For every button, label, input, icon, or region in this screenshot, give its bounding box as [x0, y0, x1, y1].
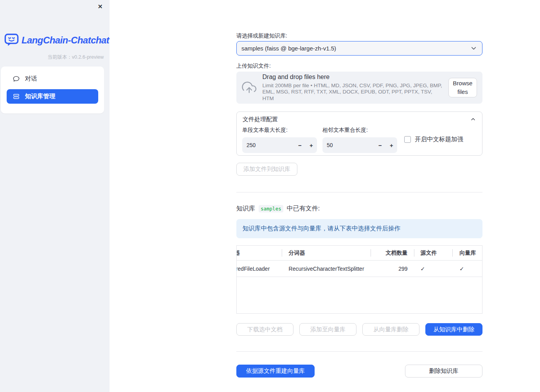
file-config-expander: 文件处理配置 单段文本最大长度: 250 − + 相邻文 [236, 111, 482, 156]
chunk-size-label: 单段文本最大长度: [242, 127, 317, 134]
zh-title-enhance-checkbox[interactable] [404, 136, 411, 143]
app-logo: LangChain-Chatchat [4, 33, 109, 47]
sidebar-menu: 对话 知识库管理 [1, 67, 104, 113]
delete-from-kb-button[interactable]: 从知识库中删除 [425, 323, 482, 336]
cell-source-file-check: ✓ [414, 261, 453, 277]
main-content: 请选择或新建知识库: samples (faiss @ bge-large-zh… [236, 0, 482, 392]
stacked-list-icon [13, 93, 20, 100]
minus-stepper[interactable]: − [374, 142, 386, 149]
kb-line-prefix: 知识库 [236, 205, 255, 213]
overlap-size-value: 50 [322, 142, 374, 148]
cell-doc-count: 299 [371, 261, 414, 277]
table-row[interactable]: UnstructuredFileLoader RecursiveCharacte… [237, 261, 482, 277]
chat-bubble-icon [13, 75, 20, 83]
logo-text: LangChain-Chatchat [22, 35, 109, 46]
kb-name-code: samples [259, 205, 283, 212]
chevron-up-icon [470, 116, 476, 122]
dropzone-texts: Drag and drop files here Limit 200MB per… [263, 74, 443, 102]
kb-selected-value: samples (faiss @ bge-large-zh-v1.5) [241, 45, 336, 52]
sidebar-item-knowledge-base[interactable]: 知识库管理 [7, 89, 98, 104]
overlap-size-field: 相邻文本重合长度: 50 − + [322, 127, 397, 153]
plus-stepper[interactable]: + [386, 142, 397, 149]
info-banner-text: 知识库中包含源文件与向量库，请从下表中选择文件后操作 [243, 225, 400, 233]
expander-header[interactable]: 文件处理配置 [237, 112, 482, 127]
cloud-upload-icon [242, 80, 257, 95]
kb-selectbox[interactable]: samples (faiss @ bge-large-zh-v1.5) [236, 41, 482, 56]
cell-loader: UnstructuredFileLoader [237, 261, 282, 277]
cell-splitter: RecursiveCharacterTextSplitter [282, 261, 371, 277]
delete-from-vector-store-button[interactable]: 从向量库删除 [362, 323, 419, 336]
divider [236, 351, 482, 352]
overlap-size-input[interactable]: 50 − + [322, 137, 397, 153]
zh-title-enhance-row: 开启中文标题加强 [404, 135, 463, 144]
kb-line-suffix: 中已有文件: [287, 205, 320, 213]
browse-files-button[interactable]: Browse files [448, 78, 477, 97]
add-files-to-kb-button[interactable]: 添加文件到知识库 [236, 163, 297, 176]
sidebar: ✕ LangChain-Chatchat 当前版本：v0.2.6-preview [0, 0, 110, 392]
chunk-size-input[interactable]: 250 − + [242, 137, 317, 153]
file-dropzone[interactable]: Drag and drop files here Limit 200MB per… [236, 72, 482, 104]
chunk-size-value: 250 [242, 142, 294, 148]
sidebar-item-dialogue[interactable]: 对话 [7, 72, 98, 86]
upload-label: 上传知识文件: [236, 63, 271, 70]
add-to-vector-store-button[interactable]: 添加至向量库 [299, 323, 356, 336]
info-banner: 知识库中包含源文件与向量库，请从下表中选择文件后操作 [236, 219, 482, 238]
column-header-loader: 文档加载器 [237, 246, 282, 260]
divider [236, 192, 482, 192]
cell-vector-store-check: ✓ [452, 261, 482, 277]
app-window: ✕ LangChain-Chatchat 当前版本：v0.2.6-preview [0, 0, 540, 392]
table-header-row: 文档加载器 分词器 文档数量 源文件 向量库 [237, 246, 482, 261]
plus-stepper[interactable]: + [306, 142, 317, 149]
column-header-source-file: 源文件 [414, 246, 453, 260]
expander-title: 文件处理配置 [243, 116, 278, 123]
dropzone-hint: Limit 200MB per file • HTML, MD, JSON, C… [263, 83, 443, 102]
sidebar-item-label: 对话 [25, 75, 37, 83]
minus-stepper[interactable]: − [294, 142, 306, 149]
logo-chat-smiley-icon [4, 33, 19, 47]
chevron-down-icon [470, 45, 477, 52]
kb-existing-files-line: 知识库 samples 中已有文件: [236, 205, 320, 213]
dropzone-title: Drag and drop files here [263, 74, 443, 81]
version-text: 当前版本：v0.2.6-preview [47, 54, 104, 61]
kb-files-table: 文档加载器 分词器 文档数量 源文件 向量库 UnstructuredFileL… [236, 245, 482, 314]
file-action-buttons: 下载选中文档 添加至向量库 从向量库删除 从知识库中删除 [236, 323, 482, 336]
sidebar-item-label: 知识库管理 [25, 92, 56, 101]
rebuild-vector-store-button[interactable]: 依据源文件重建向量库 [236, 365, 315, 378]
download-selected-button[interactable]: 下载选中文档 [236, 323, 293, 336]
overlap-size-label: 相邻文本重合长度: [322, 127, 397, 134]
zh-title-enhance-label[interactable]: 开启中文标题加强 [415, 135, 463, 144]
chunk-size-field: 单段文本最大长度: 250 − + [242, 127, 317, 153]
column-header-vector-store: 向量库 [452, 246, 482, 260]
sidebar-close-icon[interactable]: ✕ [96, 3, 104, 11]
expander-body: 单段文本最大长度: 250 − + 相邻文本重合长度: 50 − + [237, 127, 482, 155]
delete-kb-button[interactable]: 删除知识库 [405, 365, 482, 378]
column-header-doc-count: 文档数量 [371, 246, 414, 260]
column-header-splitter: 分词器 [282, 246, 371, 260]
kb-select-label: 请选择或新建知识库: [236, 32, 287, 40]
